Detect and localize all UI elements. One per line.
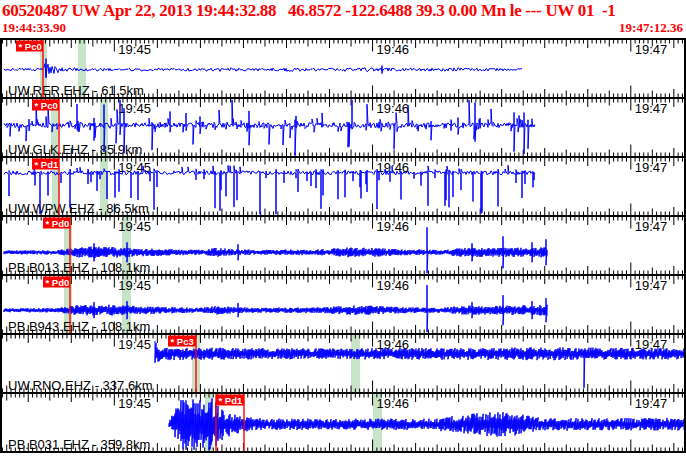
- trace-panel-UW-GLK-EHZ[interactable]: 19:4519:4619:47UW.GLK.EHZ - 85.9km* Pc0: [2, 97, 684, 156]
- minute-label: 19:47: [635, 160, 668, 175]
- pick-phase-label: * Pd1: [219, 395, 243, 406]
- minute-label: 19:45: [118, 337, 151, 352]
- waveform-plot[interactable]: 19:4519:4619:47PB.B013.EHZ - 108.1km* Pd…: [2, 217, 684, 274]
- minute-label: 19:47: [635, 219, 668, 234]
- station-label: PB.B013.EHZ - 108.1km: [8, 260, 150, 274]
- minute-label: 19:47: [635, 278, 668, 293]
- event-summary-line: 60520487 UW Apr 22, 2013 19:44:32.88 46.…: [2, 0, 616, 21]
- pick-window-band: [351, 335, 360, 392]
- waveform-plot[interactable]: 19:4519:4619:47UW.WPW.EHZ - 86.5km* Pd1: [2, 158, 684, 215]
- minute-label: 19:47: [635, 101, 668, 116]
- seismic-analyst-window: { "header": { "event_line": "60520487 UW…: [0, 0, 686, 458]
- minute-label: 19:45: [118, 219, 151, 234]
- minute-label: 19:47: [635, 337, 668, 352]
- minute-label: 19:46: [377, 101, 410, 116]
- station-label: UW.GLK.EHZ - 85.9km: [8, 142, 142, 156]
- trace-panel-UW-RNO-EHZ[interactable]: 19:4519:4619:47UW.RNO.EHZ - 337.6km* Pc3: [2, 333, 684, 392]
- minute-label: 19:47: [635, 396, 668, 411]
- seismogram-waveform: [155, 341, 684, 388]
- station-label: PB.B031.EHZ - 359.8km: [8, 437, 150, 451]
- minute-label: 19:45: [118, 278, 151, 293]
- trace-stack: 19:4519:4619:47UW.RER.EHZ - 61.5km* Pc01…: [0, 38, 686, 453]
- trace-panel-UW-WPW-EHZ[interactable]: 19:4519:4619:47UW.WPW.EHZ - 86.5km* Pd1: [2, 156, 684, 215]
- waveform-plot[interactable]: 19:4519:4619:47PB.B943.EHZ - 108.1km* Pd…: [2, 276, 684, 333]
- minute-label: 19:45: [118, 396, 151, 411]
- seismogram-waveform: [169, 399, 684, 450]
- station-label: UW.WPW.EHZ - 86.5km: [8, 201, 149, 215]
- minute-label: 19:46: [377, 278, 410, 293]
- window-start-time: 19:44:33.90: [2, 20, 66, 36]
- minute-label: 19:46: [377, 219, 410, 234]
- station-label: UW.RNO.EHZ - 337.6km: [8, 378, 152, 392]
- waveform-plot[interactable]: 19:4519:4619:47UW.GLK.EHZ - 85.9km* Pc0: [2, 99, 684, 156]
- pick-phase-label: * Pc3: [171, 336, 194, 347]
- minute-label: 19:46: [377, 396, 410, 411]
- trace-panel-PB-B013-EHZ[interactable]: 19:4519:4619:47PB.B013.EHZ - 108.1km* Pd…: [2, 215, 684, 274]
- pick-phase-label: * Pd1: [35, 159, 59, 170]
- waveform-plot[interactable]: 19:4519:4619:47PB.B031.EHZ - 359.8km* Pd…: [2, 394, 684, 451]
- station-label: PB.B943.EHZ - 108.1km: [8, 319, 150, 333]
- trace-panel-PB-B031-EHZ[interactable]: 19:4519:4619:47PB.B031.EHZ - 359.8km* Pd…: [2, 392, 684, 451]
- pick-phase-label: * Pc0: [35, 100, 58, 111]
- time-window-row: 19:44:33.90 19:47:12.36: [2, 20, 683, 36]
- trace-panel-UW-RER-EHZ[interactable]: 19:4519:4619:47UW.RER.EHZ - 61.5km* Pc0: [2, 38, 684, 97]
- trace-panel-PB-B943-EHZ[interactable]: 19:4519:4619:47PB.B943.EHZ - 108.1km* Pd…: [2, 274, 684, 333]
- minute-label: 19:45: [118, 160, 151, 175]
- window-end-time: 19:47:12.36: [619, 20, 683, 36]
- minute-label: 19:47: [635, 42, 668, 57]
- pick-phase-label: * Pd0: [46, 277, 70, 288]
- pick-marker[interactable]: * Pc3: [168, 335, 196, 392]
- minute-label: 19:45: [118, 42, 151, 57]
- waveform-plot[interactable]: 19:4519:4619:47UW.RER.EHZ - 61.5km* Pc0: [2, 40, 684, 97]
- minute-label: 19:45: [118, 101, 151, 116]
- pick-phase-label: * Pd0: [46, 218, 70, 229]
- minute-label: 19:46: [377, 42, 410, 57]
- pick-phase-label: * Pc0: [19, 41, 42, 52]
- waveform-plot[interactable]: 19:4519:4619:47UW.RNO.EHZ - 337.6km* Pc3: [2, 335, 684, 392]
- station-label: UW.RER.EHZ - 61.5km: [8, 83, 144, 97]
